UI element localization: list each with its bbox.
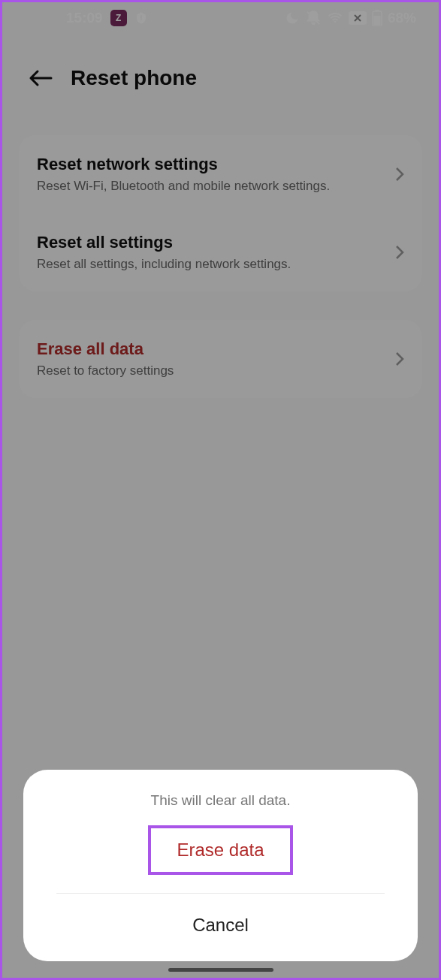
cancel-button[interactable]: Cancel <box>41 910 400 940</box>
confirm-sheet: This will clear all data. Erase data Can… <box>23 770 418 961</box>
divider <box>56 893 385 894</box>
erase-data-button[interactable]: Erase data <box>148 825 292 875</box>
sheet-message: This will clear all data. <box>41 792 400 809</box>
home-indicator[interactable] <box>168 968 273 972</box>
